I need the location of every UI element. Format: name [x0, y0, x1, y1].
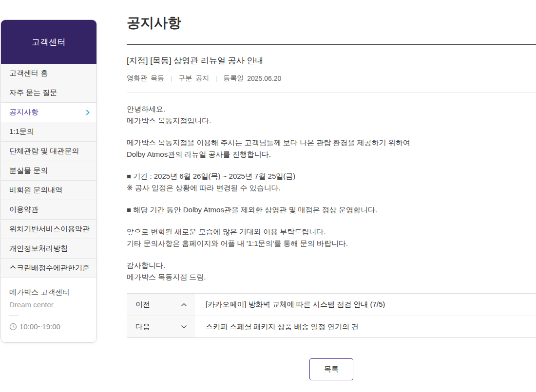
- notice-detail-main: 공지사항 [지점] [목동] 상영관 리뉴얼 공사 안내 영화관 목동 | 구분…: [127, 0, 536, 380]
- notice-body-line: 안녕하세요.: [127, 103, 536, 115]
- notice-body-line: ※ 공사 일정은 상황에 따라 변경될 수 있습니다.: [127, 182, 536, 194]
- notice-body-line: ■ 해당 기간 동안 Dolby Atmos관을 제외한 상영관 및 매점은 정…: [127, 204, 536, 216]
- notice-title: [지점] [목동] 상영관 리뉴얼 공사 안내: [127, 55, 536, 66]
- prev-cell: 이전: [127, 294, 195, 316]
- prev-notice-row[interactable]: 이전 [카카오페이] 방화벽 교체에 따른 시스템 점검 안내 (7/5): [127, 294, 536, 316]
- meta-category-label: 구분: [178, 74, 192, 83]
- sidebar-item-label: 분실물 문의: [9, 166, 48, 175]
- footer-center-name: 메가박스 고객센터: [9, 288, 88, 297]
- notice-meta: 영화관 목동 | 구분 공지 | 등록일 2025.06.20: [127, 74, 536, 83]
- footer-divider: [9, 316, 19, 316]
- sidebar-item-label: 개인정보처리방침: [9, 244, 68, 253]
- clock-icon: [9, 323, 17, 331]
- meta-category-value: 공지: [195, 74, 209, 83]
- list-button[interactable]: 목록: [309, 358, 353, 380]
- notice-paragraph: 메가박스 목동지점을 이용해 주시는 고객님들께 보다 나은 관람 환경을 제공…: [127, 137, 536, 160]
- next-label: 다음: [135, 322, 150, 332]
- footer-hours: 10:00~19:00: [9, 322, 88, 331]
- sidebar-item-label: 이용약관: [9, 205, 38, 214]
- meta-theater-value: 목동: [151, 74, 164, 83]
- sidebar-item-privacy-policy[interactable]: 개인정보처리방침: [1, 239, 96, 259]
- notice-paragraph: 안녕하세요. 메가박스 목동지점입니다.: [127, 103, 536, 127]
- sidebar-item-label: 공지사항: [9, 108, 38, 117]
- sidebar-item-nonmember-inquiry[interactable]: 비회원 문의내역: [1, 181, 96, 200]
- footer-center-subname: Dream center: [9, 300, 88, 309]
- notice-body-line: 메가박스 목동지점을 이용해 주시는 고객님들께 보다 나은 관람 환경을 제공…: [127, 137, 536, 149]
- sidebar-item-notice[interactable]: 공지사항: [1, 103, 96, 122]
- meta-separator: |: [171, 75, 172, 82]
- notice-body: 안녕하세요. 메가박스 목동지점입니다. 메가박스 목동지점을 이용해 주시는 …: [127, 103, 536, 283]
- sidebar-item-screen-allocation[interactable]: 스크린배정수에관한기준: [1, 259, 96, 278]
- title-divider: [127, 44, 536, 45]
- sidebar-item-label: 스크린배정수에관한기준: [9, 263, 90, 273]
- sidebar-item-terms[interactable]: 이용약관: [1, 200, 96, 220]
- chevron-up-icon: [181, 303, 187, 307]
- sidebar-item-faq[interactable]: 자주 묻는 질문: [1, 83, 96, 103]
- sidebar-item-label: 1:1문의: [9, 127, 34, 136]
- prev-next-nav: 이전 [카카오페이] 방화벽 교체에 따른 시스템 점검 안내 (7/5) 다음…: [127, 293, 536, 338]
- prev-label: 이전: [135, 300, 150, 309]
- meta-separator: |: [215, 75, 217, 82]
- sidebar-item-group-viewing[interactable]: 단체관람 및 대관문의: [1, 142, 96, 161]
- notice-body-line: 메가박스 목동지점 드림.: [127, 271, 536, 283]
- chevron-down-icon: [181, 325, 187, 329]
- meta-divider: [127, 93, 536, 93]
- sidebar-menu: 고객센터 홈 자주 묻는 질문 공지사항 1:1문의 단체관람 및 대관문의 분…: [1, 64, 96, 278]
- notice-paragraph: ■ 해당 기간 동안 Dolby Atmos관을 제외한 상영관 및 매점은 정…: [127, 204, 536, 216]
- page-title: 공지사항: [127, 14, 536, 32]
- notice-paragraph: 앞으로 변화될 새로운 모습에 많은 기대와 이용 부탁드립니다. 기타 문의사…: [127, 226, 536, 249]
- sidebar-item-label: 고객센터 홈: [9, 69, 48, 78]
- notice-paragraph: 감사합니다. 메가박스 목동지점 드림.: [127, 260, 536, 283]
- notice-body-line: 앞으로 변화될 새로운 모습에 많은 기대와 이용 부탁드립니다.: [127, 226, 536, 238]
- meta-theater-label: 영화관: [127, 74, 147, 83]
- customer-center-sidebar: 고객센터 고객센터 홈 자주 묻는 질문 공지사항 1:1문의 단체관람 및 대…: [0, 19, 97, 343]
- chevron-right-icon: [86, 110, 90, 115]
- sidebar-footer: 메가박스 고객센터 Dream center 10:00~19:00: [1, 278, 96, 342]
- footer-hours-text: 10:00~19:00: [19, 322, 60, 331]
- next-notice-row[interactable]: 다음 스키피 스페셜 패키지 상품 배송 일정 연기의 건: [127, 316, 536, 337]
- notice-body-line: 메가박스 목동지점입니다.: [127, 115, 536, 127]
- next-cell: 다음: [127, 316, 195, 337]
- sidebar-item-label: 자주 묻는 질문: [9, 88, 57, 97]
- sidebar-item-home[interactable]: 고객센터 홈: [1, 64, 96, 83]
- sidebar-item-label: 단체관람 및 대관문의: [9, 147, 79, 156]
- sidebar-item-one-to-one-inquiry[interactable]: 1:1문의: [1, 122, 96, 142]
- notice-body-line: 감사합니다.: [127, 260, 536, 271]
- sidebar-item-label: 비회원 문의내역: [9, 186, 62, 195]
- sidebar-item-lost-and-found[interactable]: 분실물 문의: [1, 161, 96, 181]
- notice-body-line: 기타 문의사항은 홈페이지와 어플 내 '1:1문의'를 통해 문의 바랍니다.: [127, 238, 536, 249]
- notice-paragraph: ■ 기간 : 2025년 6월 26일(목) ~ 2025년 7월 25일(금)…: [127, 170, 536, 194]
- next-notice-title[interactable]: 스키피 스페셜 패키지 상품 배송 일정 연기의 건: [195, 316, 359, 337]
- meta-date-value: 2025.06.20: [247, 75, 281, 82]
- meta-date-label: 등록일: [223, 74, 244, 83]
- notice-body-line: ■ 기간 : 2025년 6월 26일(목) ~ 2025년 7월 25일(금): [127, 170, 536, 182]
- list-button-area: 목록: [127, 358, 536, 380]
- sidebar-item-location-terms[interactable]: 위치기반서비스이용약관: [1, 220, 96, 239]
- sidebar-item-label: 위치기반서비스이용약관: [9, 224, 90, 234]
- prev-notice-title[interactable]: [카카오페이] 방화벽 교체에 따른 시스템 점검 안내 (7/5): [195, 294, 385, 316]
- notice-body-line: Dolby Atmos관의 리뉴얼 공사를 진행합니다.: [127, 149, 536, 160]
- sidebar-title: 고객센터: [1, 20, 96, 64]
